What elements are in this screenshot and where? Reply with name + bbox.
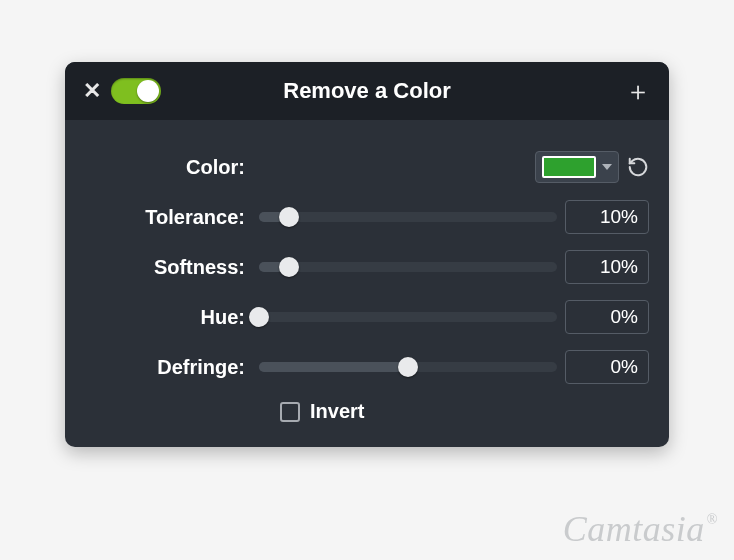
- softness-row: Softness: 10%: [85, 250, 649, 284]
- slider-thumb[interactable]: [279, 207, 299, 227]
- titlebar: ✕ Remove a Color ＋: [65, 62, 669, 120]
- tolerance-slider[interactable]: [259, 210, 557, 224]
- color-swatch: [542, 156, 596, 178]
- tolerance-value[interactable]: 10%: [565, 200, 649, 234]
- invert-label: Invert: [310, 400, 364, 423]
- reset-icon[interactable]: [627, 156, 649, 178]
- color-row: Color:: [85, 150, 649, 184]
- tolerance-label: Tolerance:: [85, 206, 255, 229]
- hue-row: Hue: 0%: [85, 300, 649, 334]
- chevron-down-icon: [602, 164, 612, 170]
- panel-body: Color: Tolerance:: [65, 120, 669, 447]
- defringe-row: Defringe: 0%: [85, 350, 649, 384]
- remove-a-color-panel: ✕ Remove a Color ＋ Color:: [65, 62, 669, 447]
- slider-thumb[interactable]: [279, 257, 299, 277]
- defringe-label: Defringe:: [85, 356, 255, 379]
- hue-value[interactable]: 0%: [565, 300, 649, 334]
- invert-checkbox[interactable]: [280, 402, 300, 422]
- defringe-slider[interactable]: [259, 360, 557, 374]
- slider-thumb[interactable]: [249, 307, 269, 327]
- softness-value[interactable]: 10%: [565, 250, 649, 284]
- tolerance-row: Tolerance: 10%: [85, 200, 649, 234]
- invert-row: Invert: [85, 400, 649, 423]
- softness-label: Softness:: [85, 256, 255, 279]
- close-icon[interactable]: ✕: [83, 78, 101, 104]
- watermark: Camtasia®: [563, 508, 718, 550]
- enable-toggle[interactable]: [111, 78, 161, 104]
- softness-slider[interactable]: [259, 260, 557, 274]
- add-icon[interactable]: ＋: [625, 74, 651, 109]
- color-picker-button[interactable]: [535, 151, 619, 183]
- hue-label: Hue:: [85, 306, 255, 329]
- color-label: Color:: [85, 156, 255, 179]
- toggle-knob: [137, 80, 159, 102]
- hue-slider[interactable]: [259, 310, 557, 324]
- slider-thumb[interactable]: [398, 357, 418, 377]
- defringe-value[interactable]: 0%: [565, 350, 649, 384]
